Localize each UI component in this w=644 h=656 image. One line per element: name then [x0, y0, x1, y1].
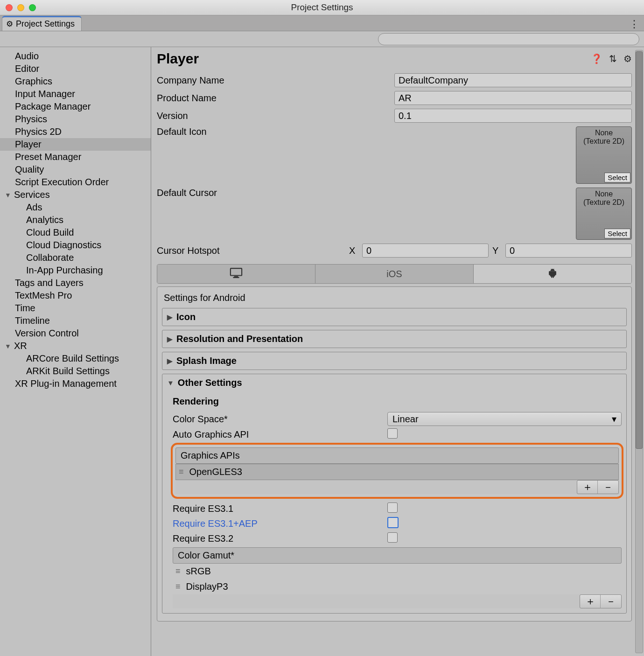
help-icon[interactable]: ❓: [591, 53, 602, 64]
require-es32-label: Require ES3.2: [173, 533, 387, 544]
sidebar-item-time[interactable]: Time: [0, 302, 151, 314]
default-icon-slot[interactable]: None (Texture 2D) Select: [576, 126, 632, 184]
foldout-open-icon: ▼: [167, 379, 174, 387]
sidebar-item-graphics[interactable]: Graphics: [0, 75, 151, 88]
company-name-label: Company Name: [157, 75, 394, 86]
foldout-header-splash[interactable]: ▶ Splash Image: [162, 352, 626, 370]
hotspot-x-input[interactable]: [362, 244, 489, 258]
settings-for-label: Settings for Android: [162, 291, 627, 308]
company-name-input[interactable]: [394, 73, 632, 87]
foldout-other-settings: ▼ Other Settings Rendering Color Space* …: [162, 374, 627, 614]
foldout-label: Other Settings: [178, 377, 242, 388]
hotspot-y-input[interactable]: [505, 244, 632, 258]
add-color-gamut-button[interactable]: ＋: [580, 595, 601, 608]
sidebar-item-package-manager[interactable]: Package Manager: [0, 100, 151, 113]
default-icon-label: Default Icon: [157, 126, 394, 137]
ios-label: iOS: [386, 269, 402, 279]
platform-tab-standalone[interactable]: [157, 265, 315, 283]
foldout-header-icon[interactable]: ▶ Icon: [162, 308, 626, 326]
sidebar-item-version-control[interactable]: Version Control: [0, 327, 151, 340]
foldout-splash: ▶ Splash Image: [162, 352, 627, 370]
sidebar-item-preset-manager[interactable]: Preset Manager: [0, 151, 151, 163]
sidebar-item-script-exec[interactable]: Script Execution Order: [0, 176, 151, 188]
sidebar-item-iap[interactable]: In-App Purchasing: [0, 264, 151, 277]
graphics-api-footer: ＋ －: [175, 480, 619, 494]
settings-sidebar[interactable]: Audio Editor Graphics Input Manager Pack…: [0, 47, 151, 656]
sidebar-item-timeline[interactable]: Timeline: [0, 314, 151, 327]
slot-type-text: (Texture 2D): [576, 137, 631, 146]
color-space-dropdown[interactable]: Linear ▾: [387, 412, 622, 426]
drag-handle-icon[interactable]: ≡: [175, 582, 182, 592]
hotspot-y-label: Y: [492, 245, 502, 256]
drag-handle-icon[interactable]: ≡: [175, 566, 182, 576]
sidebar-item-audio[interactable]: Audio: [0, 50, 151, 63]
search-row: 🔍: [0, 31, 644, 47]
select-icon-button[interactable]: Select: [604, 173, 630, 182]
settings-box: Settings for Android ▶ Icon ▶ Resolution…: [157, 286, 632, 621]
product-name-label: Product Name: [157, 93, 394, 104]
graphics-api-item[interactable]: ≡ OpenGLES3: [175, 464, 619, 480]
foldout-header-other[interactable]: ▼ Other Settings: [162, 374, 626, 391]
require-es31aep-checkbox[interactable]: [387, 517, 399, 528]
vertical-scrollbar[interactable]: [635, 50, 643, 653]
sidebar-item-cloud-diagnostics[interactable]: Cloud Diagnostics: [0, 239, 151, 251]
sidebar-item-arcore[interactable]: ARCore Build Settings: [0, 352, 151, 365]
sidebar-item-physics-2d[interactable]: Physics 2D: [0, 126, 151, 138]
editor-tabstrip: ⚙ Project Settings ⋮: [0, 15, 644, 31]
platform-tabs: iOS: [157, 264, 632, 284]
gear-icon: ⚙: [6, 19, 13, 29]
platform-tab-android[interactable]: [474, 265, 631, 283]
sidebar-group-xr[interactable]: ▼ XR: [0, 340, 151, 352]
remove-color-gamut-button[interactable]: －: [601, 595, 621, 608]
drag-handle-icon[interactable]: ≡: [179, 467, 185, 477]
sidebar-item-input-manager[interactable]: Input Manager: [0, 88, 151, 100]
slot-none-text: None: [576, 190, 631, 198]
foldout-open-icon: ▼: [5, 191, 13, 199]
auto-graphics-checkbox[interactable]: [387, 428, 398, 439]
add-graphics-api-button[interactable]: ＋: [577, 481, 598, 494]
sidebar-item-analytics[interactable]: Analytics: [0, 214, 151, 226]
sidebar-item-physics[interactable]: Physics: [0, 113, 151, 126]
search-input[interactable]: [378, 33, 639, 45]
hotspot-x-label: X: [349, 245, 358, 256]
sidebar-group-services[interactable]: ▼ Services: [0, 188, 151, 201]
sidebar-item-player[interactable]: Player: [0, 138, 151, 151]
sidebar-item-tmp[interactable]: TextMesh Pro: [0, 289, 151, 302]
sidebar-item-collaborate[interactable]: Collaborate: [0, 251, 151, 264]
sidebar-item-quality[interactable]: Quality: [0, 163, 151, 176]
color-gamut-item[interactable]: ≡ sRGB: [173, 564, 622, 579]
presets-icon[interactable]: ⇅: [609, 53, 617, 64]
platform-tab-ios[interactable]: iOS: [315, 265, 474, 283]
tab-options-button[interactable]: ⋮: [629, 18, 639, 30]
require-es32-checkbox[interactable]: [387, 532, 398, 543]
foldout-closed-icon: ▶: [167, 357, 173, 365]
sidebar-item-editor[interactable]: Editor: [0, 63, 151, 75]
project-settings-tab[interactable]: ⚙ Project Settings: [2, 16, 82, 31]
sidebar-item-ads[interactable]: Ads: [0, 201, 151, 214]
version-input[interactable]: [394, 109, 632, 123]
sidebar-item-xr-plugin-mgmt[interactable]: XR Plug-in Management: [0, 377, 151, 390]
color-gamut-item[interactable]: ≡ DisplayP3: [173, 579, 622, 594]
chevron-down-icon: ▾: [612, 413, 616, 425]
foldout-label: Resolution and Presentation: [176, 334, 303, 344]
color-space-label: Color Space*: [173, 414, 387, 425]
settings-gear-icon[interactable]: ⚙: [623, 53, 632, 64]
monitor-icon: [230, 268, 243, 280]
scrollbar-thumb[interactable]: [636, 51, 643, 449]
foldout-header-resolution[interactable]: ▶ Resolution and Presentation: [162, 330, 626, 348]
page-title: Player: [157, 51, 199, 67]
slot-none-text: None: [576, 129, 631, 137]
sidebar-item-cloud-build[interactable]: Cloud Build: [0, 226, 151, 239]
require-es31aep-label: Require ES3.1+AEP: [173, 518, 387, 529]
foldout-closed-icon: ▶: [167, 313, 173, 321]
remove-graphics-api-button[interactable]: －: [598, 481, 618, 494]
window-title: Project Settings: [0, 2, 644, 13]
sidebar-item-arkit[interactable]: ARKit Build Settings: [0, 365, 151, 377]
select-cursor-button[interactable]: Select: [604, 229, 630, 238]
cursor-hotspot-label: Cursor Hotspot: [157, 245, 349, 256]
require-es31-checkbox[interactable]: [387, 502, 398, 513]
default-cursor-slot[interactable]: None (Texture 2D) Select: [576, 188, 632, 240]
foldout-closed-icon: ▶: [167, 335, 173, 343]
sidebar-item-tags-layers[interactable]: Tags and Layers: [0, 277, 151, 289]
product-name-input[interactable]: [394, 91, 632, 105]
